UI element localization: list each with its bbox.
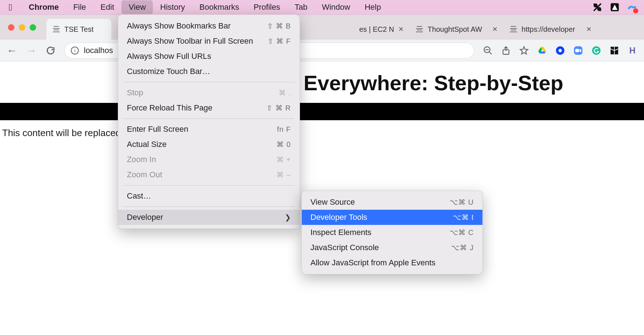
heroku-extension-icon[interactable]: H <box>627 45 637 56</box>
menu-tab[interactable]: Tab <box>287 0 314 14</box>
submenu-item-allow-js-apple-events[interactable]: Allow JavaScript from Apple Events <box>302 255 482 270</box>
menu-item-shortcut: ⇧ ⌘ R <box>266 104 291 112</box>
tab-1[interactable]: 亖 TSE Test <box>46 19 111 40</box>
window-controls <box>8 24 36 31</box>
menu-item-label: Customize Touch Bar… <box>127 67 210 76</box>
menu-item-shortcut: ⌘ 0 <box>276 140 291 149</box>
submenu-item-view-source[interactable]: View Source ⌥⌘ U <box>302 195 482 210</box>
tab-4[interactable]: 亖 https://developer ✕ <box>503 19 597 40</box>
menu-separator <box>123 206 295 207</box>
apple-menu-icon[interactable]:  <box>9 2 12 13</box>
tab-title: ThoughtSpot AW <box>428 25 488 34</box>
tab-2[interactable]: es | EC2 N ✕ <box>353 19 409 40</box>
google-drive-extension-icon[interactable] <box>537 45 547 56</box>
menu-item-shortcut: ⌥⌘ I <box>453 213 474 222</box>
toolbar-right: H <box>483 45 637 56</box>
submenu-item-javascript-console[interactable]: JavaScript Console ⌥⌘ J <box>302 240 482 255</box>
menu-item-label: Actual Size <box>127 140 167 149</box>
menu-window[interactable]: Window <box>315 0 357 14</box>
menu-view[interactable]: View <box>121 0 153 14</box>
submenu-item-inspect-elements[interactable]: Inspect Elements ⌥⌘ C <box>302 225 482 240</box>
thoughtspot-favicon-icon: 亖 <box>52 25 60 33</box>
svg-point-11 <box>592 46 600 55</box>
menu-item-label: View Source <box>310 197 355 207</box>
close-window-button[interactable] <box>8 24 14 31</box>
menu-item-label: JavaScript Console <box>310 243 379 252</box>
menu-item-label: Inspect Elements <box>310 228 372 237</box>
menu-item-always-show-toolbar-fullscreen[interactable]: Always Show Toolbar in Full Screen ⇧ ⌘ F <box>118 34 300 49</box>
back-button[interactable]: ← <box>7 44 17 57</box>
menu-history[interactable]: History <box>153 0 192 14</box>
menu-bookmarks[interactable]: Bookmarks <box>192 0 246 14</box>
site-info-icon[interactable]: i <box>71 47 79 55</box>
close-tab-icon[interactable]: ✕ <box>586 25 592 33</box>
menu-item-label: Allow JavaScript from Apple Events <box>310 258 435 267</box>
bookmark-star-icon[interactable] <box>519 45 529 56</box>
menu-item-shortcut: ⌘ – <box>276 170 291 179</box>
menu-item-always-show-full-urls[interactable]: Always Show Full URLs <box>118 49 300 64</box>
menu-item-shortcut: ⇧ ⌘ F <box>267 37 291 45</box>
share-icon[interactable] <box>501 45 511 56</box>
tab-3[interactable]: 亖 ThoughtSpot AW ✕ <box>409 19 503 40</box>
menu-item-force-reload[interactable]: Force Reload This Page ⇧ ⌘ R <box>118 100 300 116</box>
mac-menubar:  Chrome File Edit View History Bookmark… <box>0 0 644 14</box>
menu-item-zoom-in[interactable]: Zoom In ⌘ + <box>118 152 300 167</box>
okta-extension-icon[interactable] <box>555 45 565 56</box>
menu-item-customize-touch-bar[interactable]: Customize Touch Bar… <box>118 64 300 79</box>
menu-item-shortcut: fn F <box>277 125 291 134</box>
zoom-extension-icon[interactable] <box>573 45 583 56</box>
menu-item-shortcut: ⌥⌘ C <box>450 228 474 237</box>
menu-item-label: Zoom In <box>127 155 156 164</box>
menu-item-label: Always Show Full URLs <box>127 52 211 61</box>
menu-item-label: Developer <box>127 213 163 222</box>
page-content: Everywhere: Step-by-Step This content wi… <box>0 61 644 139</box>
menu-separator <box>123 185 295 186</box>
menu-item-shortcut: ⌘ + <box>276 155 291 164</box>
menu-separator <box>123 82 295 82</box>
menu-item-cast[interactable]: Cast… <box>118 188 300 204</box>
menu-item-label: Always Show Bookmarks Bar <box>127 21 231 31</box>
menu-item-zoom-out[interactable]: Zoom Out ⌘ – <box>118 167 300 182</box>
menu-separator <box>123 118 295 119</box>
menu-item-shortcut: ⌥⌘ U <box>450 198 474 206</box>
menu-item-label: Zoom Out <box>127 170 162 179</box>
menu-item-developer[interactable]: Developer ❯ <box>118 210 300 225</box>
grammarly-extension-icon[interactable] <box>591 45 601 56</box>
menu-item-always-show-bookmarks-bar[interactable]: Always Show Bookmarks Bar ⇧ ⌘ B <box>118 18 300 34</box>
fullscreen-window-button[interactable] <box>30 24 36 31</box>
menu-item-actual-size[interactable]: Actual Size ⌘ 0 <box>118 137 300 152</box>
chevron-right-icon: ❯ <box>285 213 291 222</box>
thoughtspot-favicon-icon: 亖 <box>509 25 517 33</box>
menu-item-stop: Stop ⌘ . <box>118 85 300 100</box>
codesandbox-extension-icon[interactable] <box>609 45 619 56</box>
svg-point-8 <box>558 49 562 52</box>
tab-title: https://developer <box>521 25 582 34</box>
menu-item-shortcut: ⌘ . <box>279 88 291 97</box>
menu-item-label: Stop <box>127 88 143 97</box>
close-tab-icon[interactable]: ✕ <box>492 25 498 33</box>
zoom-out-icon[interactable] <box>483 45 493 56</box>
menu-item-label: Force Reload This Page <box>127 103 212 113</box>
thoughtspot-favicon-icon: 亖 <box>415 25 423 33</box>
menu-edit[interactable]: Edit <box>93 0 121 14</box>
menu-help[interactable]: Help <box>357 0 388 14</box>
page-black-band <box>0 103 644 120</box>
menu-profiles[interactable]: Profiles <box>246 0 287 14</box>
menu-item-enter-fullscreen[interactable]: Enter Full Screen fn F <box>118 122 300 137</box>
menubar-extra-icon-2[interactable] <box>609 2 620 13</box>
menubar-right <box>592 2 637 13</box>
page-heading: Everywhere: Step-by-Step <box>0 61 644 95</box>
browser-tabstrip: 亖 TSE Test es | EC2 N ✕ 亖 ThoughtSpot AW… <box>0 14 644 40</box>
menubar-extra-icon-1[interactable] <box>592 2 603 13</box>
minimize-window-button[interactable] <box>19 24 25 31</box>
menu-file[interactable]: File <box>66 0 93 14</box>
submenu-item-developer-tools[interactable]: Developer Tools ⌥⌘ I <box>302 210 482 225</box>
close-tab-icon[interactable]: ✕ <box>398 25 404 33</box>
menu-item-label: Always Show Toolbar in Full Screen <box>127 36 253 46</box>
menubar-extra-icon-3[interactable] <box>627 2 637 13</box>
forward-button[interactable]: → <box>26 44 37 57</box>
tab-title: es | EC2 N <box>359 25 394 34</box>
reload-button[interactable] <box>46 45 56 56</box>
app-menu[interactable]: Chrome <box>22 0 66 14</box>
menu-item-label: Developer Tools <box>310 213 367 222</box>
